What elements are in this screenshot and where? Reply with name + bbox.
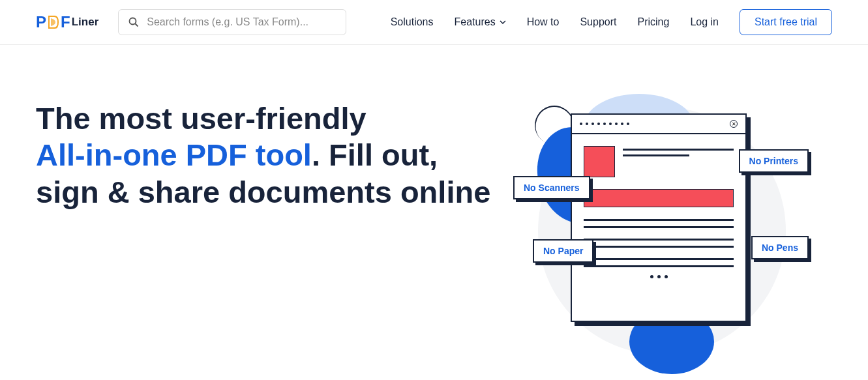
badge-no-paper: No Paper — [533, 239, 593, 263]
badge-no-pens: No Pens — [751, 236, 809, 259]
header: P F Liner Solutions Features How to Supp… — [0, 0, 868, 45]
badge-no-printers: No Printers — [739, 149, 809, 173]
svg-point-0 — [130, 18, 136, 25]
logo[interactable]: P F Liner — [36, 13, 98, 31]
hero-illustration: ✕ No Scanners — [518, 100, 805, 361]
close-icon: ✕ — [730, 120, 738, 128]
nav-support[interactable]: Support — [580, 16, 616, 28]
logo-text-liner: Liner — [72, 16, 99, 29]
document-illustration: ✕ — [571, 113, 747, 322]
nav-solutions[interactable]: Solutions — [391, 16, 434, 28]
hero-line2: . Fill out, — [312, 138, 438, 172]
logo-letter-p: P — [36, 13, 46, 31]
nav-pricing[interactable]: Pricing — [637, 16, 669, 28]
search-icon — [128, 17, 139, 27]
hero-line1: The most user-friendly — [36, 101, 367, 136]
nav-howto[interactable]: How to — [527, 16, 560, 28]
badge-no-scanners: No Scanners — [513, 176, 590, 199]
nav: Solutions Features How to Support Pricin… — [391, 9, 832, 35]
logo-letter-f: F — [61, 13, 70, 31]
search-input[interactable] — [147, 16, 336, 28]
hero-title: The most user-friendly All-in-one PDF to… — [36, 100, 492, 211]
search-box[interactable] — [118, 9, 346, 35]
svg-line-1 — [136, 24, 138, 27]
hero: The most user-friendly All-in-one PDF to… — [0, 45, 868, 374]
hero-line3: sign & share documents online — [36, 175, 490, 209]
hero-text: The most user-friendly All-in-one PDF to… — [36, 100, 492, 211]
logo-icon-d — [47, 14, 60, 30]
start-trial-button[interactable]: Start free trial — [740, 9, 832, 35]
nav-features[interactable]: Features — [454, 16, 505, 28]
hero-highlight: All-in-one PDF tool — [36, 138, 312, 172]
nav-login[interactable]: Log in — [690, 16, 719, 28]
chevron-down-icon — [500, 19, 506, 25]
doc-toolbar: ✕ — [572, 115, 745, 134]
doc-red-bar — [584, 189, 734, 207]
doc-red-square — [584, 146, 615, 177]
